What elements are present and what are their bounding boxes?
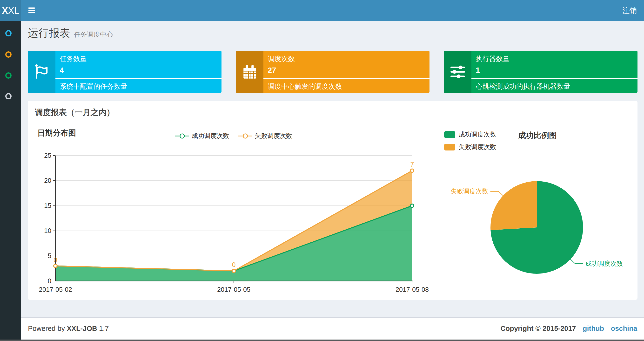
oschina-link[interactable]: oschina [611, 324, 637, 332]
stat-card-label: 调度次数 [268, 54, 425, 64]
svg-text:5: 5 [48, 252, 51, 259]
svg-text:15: 15 [44, 202, 51, 209]
main-footer: Powered by XXL-JOB 1.7 Copyright © 2015-… [21, 317, 644, 339]
svg-text:2017-05-02: 2017-05-02 [39, 286, 72, 292]
logo-text-light: XL [8, 6, 19, 16]
svg-text:0: 0 [48, 277, 51, 284]
panel-title: 调度报表（一月之内） [35, 107, 114, 118]
pie-chart-title: 成功比例图 [483, 130, 592, 141]
svg-text:0: 0 [54, 256, 57, 264]
divider [56, 78, 222, 79]
sidebar-item-executors-icon[interactable] [5, 72, 12, 79]
stat-card-executors: 执行器数量 1 心跳检测成功的执行器机器数量 [444, 51, 638, 93]
sidebar-item-jobs-icon[interactable] [5, 30, 12, 37]
date-distribution-chart: 05101520252017-05-022017-05-052017-05-08… [35, 151, 435, 292]
page-title: 运行报表 [28, 27, 70, 39]
svg-text:2017-05-05: 2017-05-05 [217, 286, 250, 292]
flag-icon [28, 51, 56, 93]
success-ratio-pie-chart: 成功调度次数失败调度次数 [443, 154, 638, 297]
legend-item[interactable]: 失败调度次数 [444, 143, 496, 151]
logo-text-bold: X [2, 6, 8, 16]
window-bottom-edge [0, 339, 644, 341]
svg-text:20: 20 [44, 177, 51, 184]
powered-by: Powered by XXL-JOB 1.7 [28, 324, 109, 332]
copyright-text: Copyright © 2015-2017 [500, 324, 576, 332]
divider [264, 78, 430, 79]
sliders-icon [444, 51, 472, 93]
stat-card-desc: 心跳检测成功的执行器机器数量 [476, 82, 633, 91]
line-chart-legend[interactable]: 成功调度次数失败调度次数 [175, 132, 292, 140]
stat-card-value: 27 [268, 66, 425, 75]
top-navbar: XXL 注销 [0, 0, 644, 21]
product-name: XXL-JOB [67, 324, 97, 332]
stat-card-label: 任务数量 [60, 54, 217, 64]
stat-card-value: 1 [476, 66, 633, 75]
svg-text:7: 7 [410, 161, 414, 168]
product-version: 1.7 [99, 324, 109, 332]
sidebar-item-other-icon[interactable] [5, 93, 12, 99]
copyright-area: Copyright © 2015-2017 github oschina [500, 324, 637, 332]
stat-card-triggers: 调度次数 27 调度中心触发的调度次数 [236, 51, 430, 93]
svg-text:0: 0 [232, 261, 236, 268]
svg-text:失败调度次数: 失败调度次数 [450, 188, 488, 195]
powered-prefix: Powered by [28, 324, 65, 332]
svg-text:成功调度次数: 成功调度次数 [586, 260, 623, 267]
legend-item[interactable]: 失败调度次数 [238, 132, 292, 140]
page-subtitle: 任务调度中心 [74, 31, 113, 38]
page-header: 运行报表任务调度中心 [28, 26, 113, 40]
hamburger-menu-icon[interactable] [28, 8, 35, 14]
github-link[interactable]: github [583, 324, 604, 332]
app-logo[interactable]: XXL [0, 0, 21, 21]
sidebar-item-schedule-icon[interactable] [5, 51, 12, 58]
stat-card-desc: 系统中配置的任务数量 [60, 82, 217, 91]
stat-card-value: 4 [60, 66, 217, 75]
svg-text:2017-05-08: 2017-05-08 [396, 286, 429, 292]
calendar-icon [236, 51, 264, 93]
schedule-report-panel: 调度报表（一月之内） 日期分布图 成功调度次数失败调度次数 0510152025… [28, 101, 638, 300]
sidebar [0, 21, 21, 341]
logout-link[interactable]: 注销 [622, 0, 637, 21]
divider [472, 78, 638, 79]
line-chart-title: 日期分布图 [37, 128, 76, 138]
legend-item[interactable]: 成功调度次数 [175, 132, 229, 140]
svg-text:25: 25 [44, 152, 51, 159]
stat-cards-row: 任务数量 4 系统中配置的任务数量 调度次数 27 调度中心触发的调度次数 [28, 51, 638, 93]
stat-card-jobs: 任务数量 4 系统中配置的任务数量 [28, 51, 222, 93]
stat-card-desc: 调度中心触发的调度次数 [268, 82, 425, 91]
svg-text:10: 10 [44, 227, 51, 234]
stat-card-label: 执行器数量 [476, 54, 633, 64]
